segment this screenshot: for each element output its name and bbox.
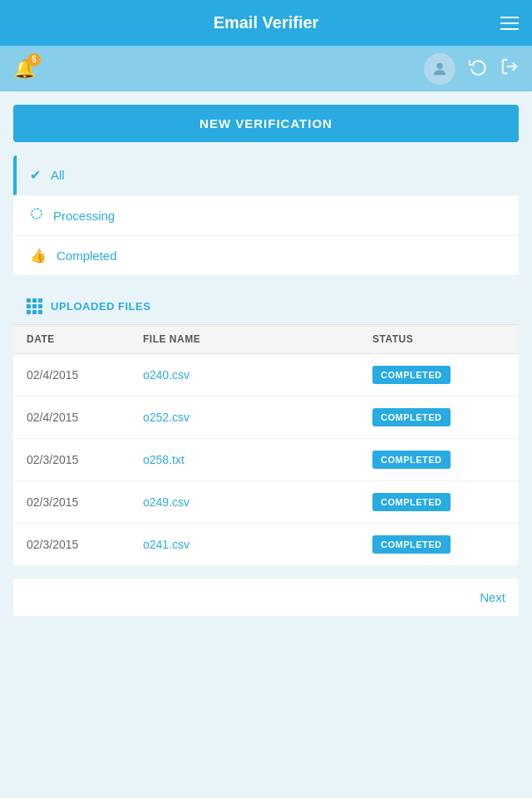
status-badge: COMPLETED <box>372 493 451 511</box>
grid-icon <box>27 298 42 314</box>
row-date: 02/3/2015 <box>27 495 143 509</box>
row-status: COMPLETED <box>372 451 505 469</box>
app-header: Email Verifier <box>0 0 532 46</box>
user-icon <box>431 60 449 78</box>
table-row[interactable]: 02/4/2015 o252.csv COMPLETED <box>13 397 519 439</box>
col-date: DATE <box>27 333 143 345</box>
pagination: Next <box>13 579 519 616</box>
menu-button[interactable] <box>500 17 519 30</box>
col-filename: FILE NAME <box>143 333 372 345</box>
files-section-header: UPLOADED FILES <box>13 288 519 324</box>
row-status: COMPLETED <box>372 535 505 554</box>
row-date: 02/3/2015 <box>27 453 143 466</box>
history-icon <box>469 57 487 76</box>
col-status: STATUS <box>372 333 505 345</box>
app-title: Email Verifier <box>214 13 319 32</box>
logout-button[interactable] <box>500 57 519 80</box>
svg-point-2 <box>32 209 42 219</box>
filter-completed-label: Completed <box>57 249 117 263</box>
status-badge: COMPLETED <box>372 366 451 384</box>
filter-processing-label: Processing <box>53 209 115 223</box>
row-status: COMPLETED <box>372 493 505 511</box>
completed-icon: 👍 <box>30 248 47 264</box>
status-badge: COMPLETED <box>372 535 451 554</box>
table-row[interactable]: 02/4/2015 o240.csv COMPLETED <box>13 354 519 397</box>
history-button[interactable] <box>469 57 487 80</box>
filter-all-label: All <box>51 168 65 182</box>
row-filename: o249.csv <box>143 495 372 509</box>
row-status: COMPLETED <box>372 366 505 384</box>
row-filename: o241.csv <box>143 538 372 551</box>
logout-icon <box>500 57 519 76</box>
table-row[interactable]: 02/3/2015 o249.csv COMPLETED <box>13 481 519 524</box>
row-date: 02/3/2015 <box>27 538 143 551</box>
all-icon: ✔ <box>30 167 41 183</box>
notification-bell[interactable]: 🔔 5 <box>13 58 36 80</box>
status-badge: COMPLETED <box>372 408 451 426</box>
processing-icon <box>30 207 43 224</box>
avatar[interactable] <box>424 53 456 85</box>
files-section-title: UPLOADED FILES <box>51 300 150 313</box>
notification-badge: 5 <box>27 53 41 66</box>
row-filename: o258.txt <box>143 453 372 466</box>
row-date: 02/4/2015 <box>27 368 143 382</box>
table-header: DATE FILE NAME STATUS <box>13 324 519 354</box>
row-filename: o252.csv <box>143 411 372 424</box>
table-row[interactable]: 02/3/2015 o258.txt COMPLETED <box>13 439 519 481</box>
sub-header-right <box>424 53 519 85</box>
row-filename: o240.csv <box>143 368 372 382</box>
row-status: COMPLETED <box>372 408 505 426</box>
sub-header: 🔔 5 <box>0 46 532 91</box>
hamburger-line-3 <box>500 28 519 30</box>
row-date: 02/4/2015 <box>27 411 143 424</box>
bottom-area <box>0 629 532 796</box>
filter-all[interactable]: ✔ All <box>13 155 519 195</box>
next-button[interactable]: Next <box>480 590 505 604</box>
svg-point-0 <box>436 62 442 68</box>
filter-list: ✔ All Processing 👍 Completed <box>13 155 519 275</box>
hamburger-line-1 <box>500 17 519 18</box>
hamburger-line-2 <box>500 22 519 24</box>
new-verification-button[interactable]: NEW VERIFICATION <box>13 105 519 142</box>
filter-processing[interactable]: Processing <box>13 195 519 236</box>
table-row[interactable]: 02/3/2015 o241.csv COMPLETED <box>13 524 519 565</box>
uploaded-files-section: UPLOADED FILES DATE FILE NAME STATUS 02/… <box>13 288 519 565</box>
main-content: NEW VERIFICATION ✔ All Processing 👍 Comp… <box>0 91 532 629</box>
filter-completed[interactable]: 👍 Completed <box>13 236 519 275</box>
status-badge: COMPLETED <box>372 451 451 469</box>
